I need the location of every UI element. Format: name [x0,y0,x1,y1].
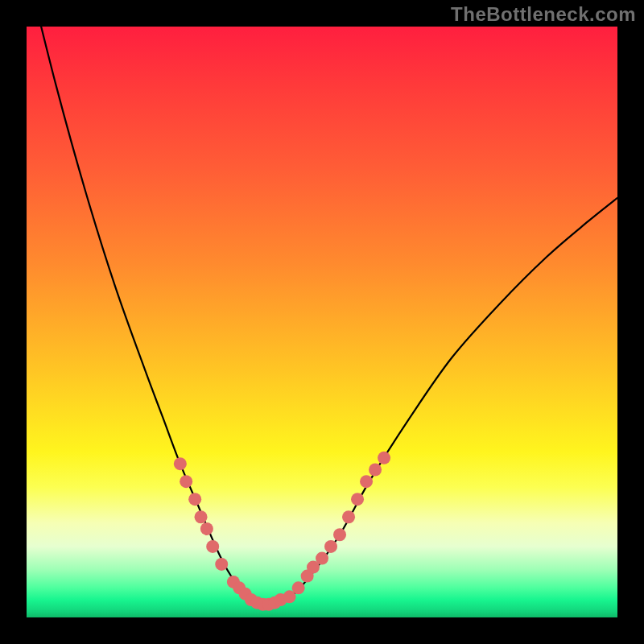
highlight-dot [188,493,201,506]
highlight-dot [195,510,208,523]
highlight-dot [215,558,228,571]
highlight-dots-group [174,452,390,611]
watermark-text: TheBottleneck.com [451,3,636,26]
highlight-dot [369,464,382,477]
highlight-dot [333,528,346,541]
highlight-dot [378,452,390,464]
highlight-dot [360,475,373,488]
highlight-dot [292,581,305,594]
highlight-dot [180,475,192,488]
plot-area [27,27,617,617]
highlight-dot [351,493,364,506]
curve-layer [27,27,617,617]
bottleneck-curve [27,27,617,605]
highlight-dot [342,510,355,523]
highlight-dot [324,540,337,553]
chart-frame: TheBottleneck.com [0,0,644,644]
highlight-dot [200,522,213,535]
highlight-dot [206,540,219,553]
highlight-dot [174,457,187,470]
highlight-dot [316,552,328,565]
